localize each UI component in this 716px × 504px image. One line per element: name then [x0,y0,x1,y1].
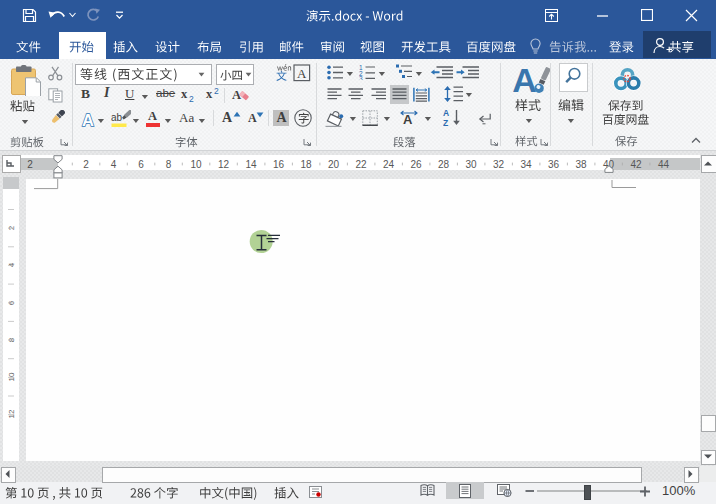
svg-text:44: 44 [658,159,670,170]
svg-text:16: 16 [273,159,285,170]
svg-text:A: A [297,66,307,81]
svg-text:3: 3 [359,75,363,81]
svg-text:2: 2 [27,159,33,170]
svg-text:36: 36 [548,159,560,170]
svg-text:34: 34 [521,159,533,170]
svg-text:Z: Z [443,118,448,128]
svg-text:6: 6 [138,159,144,170]
svg-text:10: 10 [191,159,203,170]
svg-text:A: A [82,111,94,128]
svg-text:12: 12 [218,159,230,170]
svg-text:26: 26 [411,159,423,170]
svg-text:24: 24 [383,159,395,170]
svg-text:20: 20 [328,159,340,170]
svg-text:12: 12 [7,409,16,418]
svg-text:4: 4 [7,262,16,267]
svg-text:2: 2 [83,159,89,170]
svg-text:A: A [403,112,413,127]
svg-text:4: 4 [111,159,117,170]
svg-text:38: 38 [576,159,588,170]
svg-text:42: 42 [631,159,643,170]
svg-text:18: 18 [301,159,313,170]
svg-text:22: 22 [356,159,368,170]
svg-text:A: A [443,108,449,118]
svg-text:14: 14 [246,159,258,170]
svg-text:10: 10 [7,372,16,381]
svg-text:28: 28 [438,159,450,170]
svg-text:32: 32 [493,159,505,170]
svg-text:A: A [512,62,537,99]
svg-text:8: 8 [166,159,172,170]
svg-text:2: 2 [7,225,16,230]
svg-text:ab: ab [111,112,123,123]
svg-text:30: 30 [466,159,478,170]
